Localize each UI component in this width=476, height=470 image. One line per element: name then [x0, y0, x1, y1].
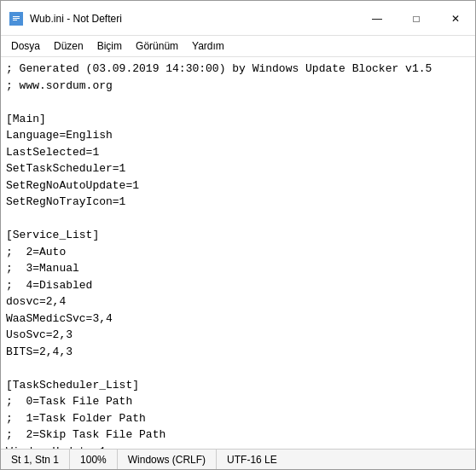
window-title: Wub.ini - Not Defteri [30, 13, 122, 25]
minimize-button[interactable]: — [357, 6, 397, 32]
maximize-button[interactable]: □ [397, 6, 436, 32]
svg-rect-2 [13, 18, 20, 19]
text-editor[interactable] [1, 57, 475, 449]
menu-bar: Dosya Düzen Biçim Görünüm Yardım [1, 36, 475, 57]
menu-item-dosya[interactable]: Dosya [4, 38, 47, 55]
title-bar-left: Wub.ini - Not Defteri [9, 12, 122, 26]
app-icon [9, 12, 23, 26]
status-position: St 1, Stn 1 [1, 450, 70, 469]
menu-item-gorunum[interactable]: Görünüm [129, 38, 185, 55]
text-area-container [1, 57, 475, 449]
status-line-ending: Windows (CRLF) [118, 450, 217, 469]
svg-rect-1 [13, 16, 20, 17]
menu-item-yardim[interactable]: Yardım [185, 38, 231, 55]
menu-item-bicim[interactable]: Biçim [90, 38, 129, 55]
status-zoom: 100% [70, 450, 118, 469]
main-window: Wub.ini - Not Defteri — □ ✕ Dosya Düzen … [0, 0, 476, 470]
window-controls: — □ ✕ [357, 6, 475, 32]
close-button[interactable]: ✕ [436, 6, 475, 32]
status-bar: St 1, Stn 1 100% Windows (CRLF) UTF-16 L… [1, 449, 475, 469]
title-bar: Wub.ini - Not Defteri — □ ✕ [1, 1, 475, 36]
menu-item-duzen[interactable]: Düzen [47, 38, 90, 55]
status-encoding: UTF-16 LE [217, 450, 287, 469]
svg-rect-3 [13, 20, 17, 20]
